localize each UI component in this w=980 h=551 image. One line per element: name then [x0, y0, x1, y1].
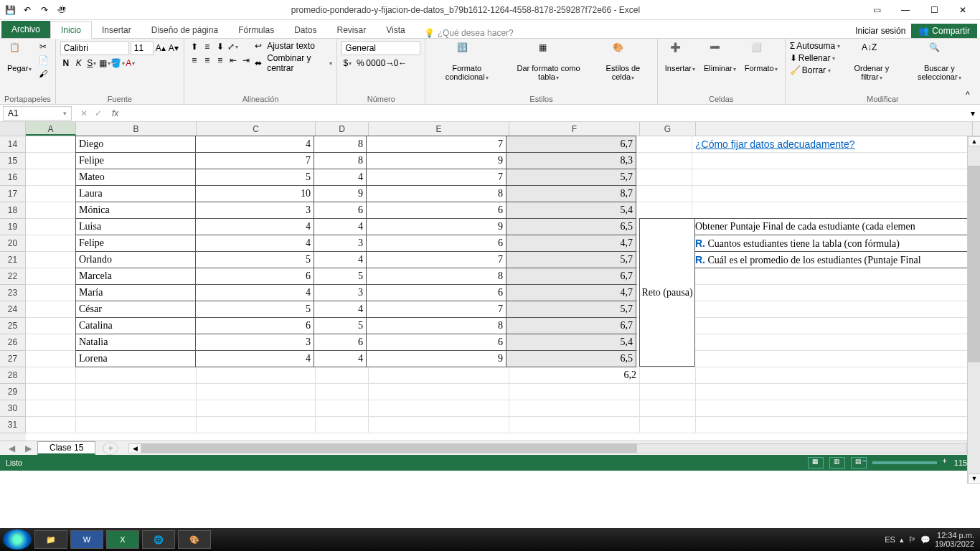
- copy-icon[interactable]: 📄: [37, 55, 49, 66]
- zoom-slider[interactable]: [872, 461, 937, 464]
- cell[interactable]: [692, 334, 969, 351]
- align-middle-icon[interactable]: ≡: [202, 41, 213, 52]
- cell[interactable]: [26, 235, 76, 252]
- cell[interactable]: 3: [195, 334, 314, 351]
- cell[interactable]: 8: [314, 136, 367, 153]
- cell[interactable]: [692, 318, 969, 334]
- taskbar-explorer-icon[interactable]: 📁: [34, 530, 67, 549]
- cell[interactable]: [26, 367, 76, 384]
- clear-button[interactable]: 🧹 Borrar: [790, 65, 840, 75]
- cell[interactable]: [369, 367, 509, 384]
- cell[interactable]: Reto (pausa): [639, 218, 695, 367]
- cell[interactable]: 6: [195, 317, 314, 334]
- decrease-indent-icon[interactable]: ⇤: [227, 55, 239, 66]
- cell[interactable]: 6: [314, 202, 367, 219]
- collapse-ribbon-icon[interactable]: ^: [966, 90, 977, 101]
- row-header[interactable]: 16: [0, 169, 26, 186]
- cell[interactable]: 9: [366, 152, 507, 169]
- cell[interactable]: 7: [366, 169, 507, 186]
- delete-cells-button[interactable]: ➖Eliminar: [701, 41, 739, 75]
- maximize-icon[interactable]: ☐: [921, 3, 947, 17]
- cell[interactable]: 8: [314, 152, 367, 169]
- cut-icon[interactable]: ✂: [37, 41, 49, 52]
- wrap-text-button[interactable]: ↩ Ajustar texto: [255, 41, 333, 51]
- cell[interactable]: [692, 186, 969, 202]
- tell-me-search[interactable]: 💡 ¿Qué desea hacer?: [424, 28, 514, 38]
- undo-icon[interactable]: ↶: [22, 4, 33, 16]
- cell[interactable]: [76, 367, 197, 384]
- cell[interactable]: [640, 367, 696, 384]
- cell[interactable]: 8: [366, 185, 507, 202]
- cell[interactable]: 6: [366, 334, 507, 351]
- cell[interactable]: [26, 219, 76, 235]
- cell[interactable]: 8,3: [506, 152, 636, 169]
- sheet-tab-active[interactable]: Clase 15: [37, 441, 95, 455]
- expand-formula-bar-icon[interactable]: ▾: [966, 108, 980, 118]
- cell[interactable]: [316, 400, 369, 417]
- cell[interactable]: [197, 417, 316, 433]
- cell[interactable]: 9: [366, 350, 507, 367]
- cell[interactable]: 4: [195, 136, 314, 153]
- cancel-formula-icon[interactable]: ✕: [80, 108, 88, 118]
- cell[interactable]: [26, 351, 76, 367]
- col-header-a[interactable]: A: [26, 122, 76, 136]
- tab-formulas[interactable]: Fórmulas: [228, 22, 284, 38]
- row-header[interactable]: 24: [0, 301, 26, 318]
- row-header[interactable]: 14: [0, 136, 26, 153]
- cell[interactable]: 4,7: [506, 284, 636, 301]
- row-header[interactable]: 26: [0, 334, 26, 351]
- cell[interactable]: [76, 384, 197, 400]
- cell[interactable]: 5,4: [506, 202, 636, 219]
- sheet-nav-prev-icon[interactable]: ◀: [4, 443, 19, 453]
- cell[interactable]: 5: [195, 169, 314, 186]
- cell[interactable]: 7: [195, 152, 314, 169]
- percent-icon[interactable]: %: [354, 57, 366, 69]
- cell[interactable]: [640, 417, 696, 433]
- start-button[interactable]: [3, 529, 32, 550]
- cell[interactable]: [696, 400, 973, 417]
- cell[interactable]: [640, 384, 696, 400]
- cell[interactable]: 5,7: [506, 301, 636, 318]
- cell[interactable]: [197, 384, 316, 400]
- cell[interactable]: 5,7: [506, 251, 636, 268]
- cell[interactable]: [369, 400, 509, 417]
- cell[interactable]: [509, 417, 640, 433]
- cell[interactable]: [636, 202, 692, 219]
- fill-color-icon[interactable]: 🪣: [112, 57, 123, 69]
- italic-icon[interactable]: K: [73, 57, 85, 69]
- autosum-button[interactable]: Σ Autosuma: [790, 41, 840, 51]
- cell[interactable]: 7: [366, 301, 507, 318]
- align-left-icon[interactable]: ≡: [189, 55, 200, 66]
- tab-review[interactable]: Revisar: [327, 22, 377, 38]
- fill-button[interactable]: ⬇ Rellenar: [790, 53, 840, 63]
- sheet-nav-next-icon[interactable]: ▶: [21, 443, 36, 453]
- cell[interactable]: 3: [314, 235, 367, 252]
- row-header[interactable]: 18: [0, 202, 26, 219]
- row-header[interactable]: 19: [0, 219, 26, 235]
- cell[interactable]: Catalina: [75, 317, 196, 334]
- increase-indent-icon[interactable]: ⇥: [240, 55, 252, 66]
- merge-center-button[interactable]: ⬌ Combinar y centrar: [255, 53, 333, 73]
- cell[interactable]: [636, 153, 692, 169]
- tab-home[interactable]: Inicio: [50, 22, 92, 39]
- cell[interactable]: César: [75, 301, 196, 318]
- thousands-icon[interactable]: 000: [367, 57, 379, 69]
- taskbar-word-icon[interactable]: W: [70, 530, 103, 549]
- underline-icon[interactable]: S: [86, 57, 98, 69]
- insert-function-icon[interactable]: fx: [108, 108, 123, 118]
- cell[interactable]: Felipe: [75, 235, 196, 252]
- cell[interactable]: 5,7: [506, 169, 636, 186]
- cell[interactable]: [692, 153, 969, 169]
- cell[interactable]: Lorena: [75, 350, 196, 367]
- cell[interactable]: 3: [314, 284, 367, 301]
- paste-button[interactable]: 📋 Pegar: [4, 41, 34, 75]
- cell[interactable]: [26, 301, 76, 318]
- orientation-icon[interactable]: ⤢: [227, 41, 239, 52]
- col-header-d[interactable]: D: [316, 122, 369, 136]
- cell[interactable]: 6,5: [506, 350, 636, 367]
- row-header[interactable]: 28: [0, 367, 26, 384]
- row-header[interactable]: 31: [0, 417, 26, 433]
- touch-icon[interactable]: 🖑: [56, 4, 67, 16]
- cell[interactable]: [316, 367, 369, 384]
- row-header[interactable]: 17: [0, 186, 26, 202]
